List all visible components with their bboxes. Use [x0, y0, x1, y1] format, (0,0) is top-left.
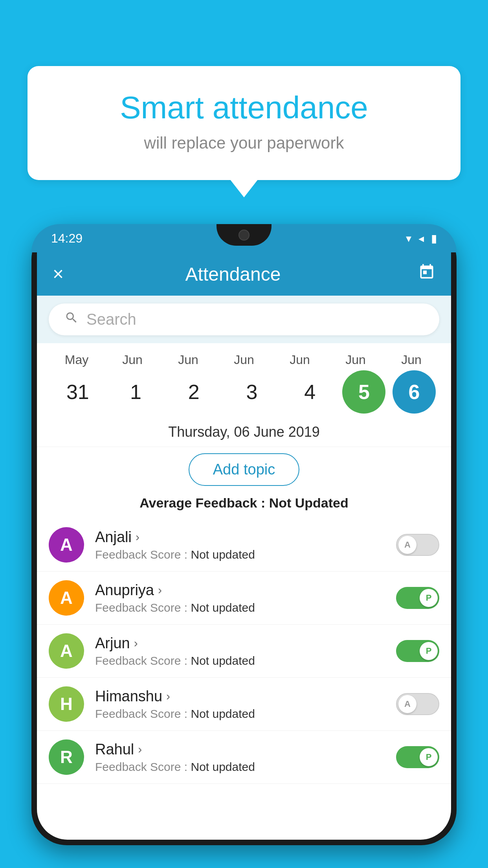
student-name-himanshu[interactable]: Himanshu ›: [95, 688, 396, 705]
wifi-icon: ▾: [406, 232, 411, 245]
app-header: × Attendance: [37, 252, 451, 296]
cal-date-2[interactable]: 2: [168, 370, 219, 414]
student-list: A Anjali › Feedback Score : Not updated …: [37, 519, 451, 784]
chevron-icon: ›: [138, 743, 142, 756]
cal-month-5: Jun: [330, 353, 381, 367]
toggle-thumb-rahul: P: [420, 748, 438, 766]
student-item-rahul: R Rahul › Feedback Score : Not updated P: [37, 731, 451, 784]
avatar-anupriya: A: [49, 580, 84, 616]
attendance-toggle-himanshu[interactable]: A: [396, 693, 439, 715]
cal-date-6-selected[interactable]: 6: [393, 370, 436, 414]
avatar-rahul: R: [49, 739, 84, 775]
toggle-container-anjali[interactable]: A: [396, 534, 439, 556]
cal-month-4: Jun: [274, 353, 325, 367]
add-topic-button[interactable]: Add topic: [189, 453, 299, 486]
toggle-container-himanshu[interactable]: A: [396, 693, 439, 715]
student-name-anjali[interactable]: Anjali ›: [95, 529, 396, 546]
student-item-himanshu: H Himanshu › Feedback Score : Not update…: [37, 678, 451, 731]
signal-icon: ◂: [418, 232, 424, 245]
student-name-rahul[interactable]: Rahul ›: [95, 741, 396, 758]
cal-month-2: Jun: [163, 353, 214, 367]
toggle-container-anupriya[interactable]: P: [396, 587, 439, 609]
student-feedback-anupriya: Feedback Score : Not updated: [95, 601, 396, 614]
student-feedback-anjali: Feedback Score : Not updated: [95, 548, 396, 561]
feedback-label: Average Feedback : Not Updated: [139, 495, 349, 510]
feedback-value: Not Updated: [269, 495, 349, 510]
attendance-toggle-anjali[interactable]: A: [396, 534, 439, 556]
calendar-months: May Jun Jun Jun Jun Jun Jun: [49, 353, 439, 367]
toggle-container-rahul[interactable]: P: [396, 746, 439, 768]
app-title: Attendance: [48, 263, 418, 285]
search-icon: [64, 311, 79, 328]
cal-month-6: Jun: [386, 353, 437, 367]
bubble-subtitle: will replace your paperwork: [59, 134, 429, 153]
chevron-icon: ›: [158, 583, 162, 597]
student-info-himanshu: Himanshu › Feedback Score : Not updated: [95, 688, 396, 721]
cal-month-1: Jun: [107, 353, 158, 367]
student-item-anjali: A Anjali › Feedback Score : Not updated …: [37, 519, 451, 572]
search-bar[interactable]: Search: [49, 303, 439, 335]
student-name-anupriya[interactable]: Anupriya ›: [95, 582, 396, 599]
student-feedback-rahul: Feedback Score : Not updated: [95, 760, 396, 774]
bubble-title: Smart attendance: [59, 90, 429, 126]
toggle-container-arjun[interactable]: P: [396, 640, 439, 662]
student-feedback-himanshu: Feedback Score : Not updated: [95, 707, 396, 721]
selected-date-text: Thursday, 06 June 2019: [49, 424, 439, 440]
feedback-summary: Average Feedback : Not Updated: [37, 492, 451, 519]
speech-bubble: Smart attendance will replace your paper…: [28, 66, 460, 180]
cal-date-3[interactable]: 3: [226, 370, 277, 414]
cal-date-4[interactable]: 4: [284, 370, 336, 414]
cal-date-1[interactable]: 1: [110, 370, 161, 414]
student-name-arjun[interactable]: Arjun ›: [95, 635, 396, 652]
student-item-arjun: A Arjun › Feedback Score : Not updated P: [37, 625, 451, 678]
add-topic-container: Add topic: [37, 447, 451, 492]
battery-icon: ▮: [431, 232, 437, 245]
toggle-thumb-anjali: A: [398, 536, 416, 554]
cal-date-5-today[interactable]: 5: [342, 370, 385, 414]
toggle-thumb-arjun: P: [420, 642, 438, 660]
front-camera: [238, 230, 250, 241]
search-container: Search: [37, 296, 451, 343]
status-icons: ▾ ◂ ▮: [406, 232, 437, 245]
avatar-anjali: A: [49, 527, 84, 563]
chevron-icon: ›: [136, 530, 139, 544]
student-info-rahul: Rahul › Feedback Score : Not updated: [95, 741, 396, 774]
app-content: × Attendance Search: [37, 252, 451, 840]
phone-frame: 14:29 ▾ ◂ ▮ × Attendance: [31, 224, 457, 845]
phone-wrapper: 14:29 ▾ ◂ ▮ × Attendance: [31, 224, 457, 868]
toggle-thumb-himanshu: A: [398, 695, 416, 713]
chevron-icon: ›: [166, 690, 170, 703]
attendance-toggle-anupriya[interactable]: P: [396, 587, 439, 609]
calendar-strip: May Jun Jun Jun Jun Jun Jun 31 1 2 3 4 5…: [37, 343, 451, 417]
chevron-icon: ›: [134, 636, 138, 650]
calendar-dates: 31 1 2 3 4 5 6: [49, 370, 439, 414]
student-info-anupriya: Anupriya › Feedback Score : Not updated: [95, 582, 396, 614]
student-item-anupriya: A Anupriya › Feedback Score : Not update…: [37, 572, 451, 625]
cal-month-3: Jun: [218, 353, 270, 367]
cal-month-0: May: [51, 353, 102, 367]
toggle-thumb-anupriya: P: [420, 589, 438, 607]
student-info-anjali: Anjali › Feedback Score : Not updated: [95, 529, 396, 561]
avatar-himanshu: H: [49, 686, 84, 722]
attendance-toggle-rahul[interactable]: P: [396, 746, 439, 768]
attendance-toggle-arjun[interactable]: P: [396, 640, 439, 662]
avatar-arjun: A: [49, 633, 84, 669]
student-info-arjun: Arjun › Feedback Score : Not updated: [95, 635, 396, 668]
cal-date-31[interactable]: 31: [52, 370, 103, 414]
calendar-icon[interactable]: [418, 263, 435, 285]
date-info: Thursday, 06 June 2019: [37, 417, 451, 447]
student-feedback-arjun: Feedback Score : Not updated: [95, 654, 396, 668]
search-placeholder: Search: [86, 311, 136, 328]
